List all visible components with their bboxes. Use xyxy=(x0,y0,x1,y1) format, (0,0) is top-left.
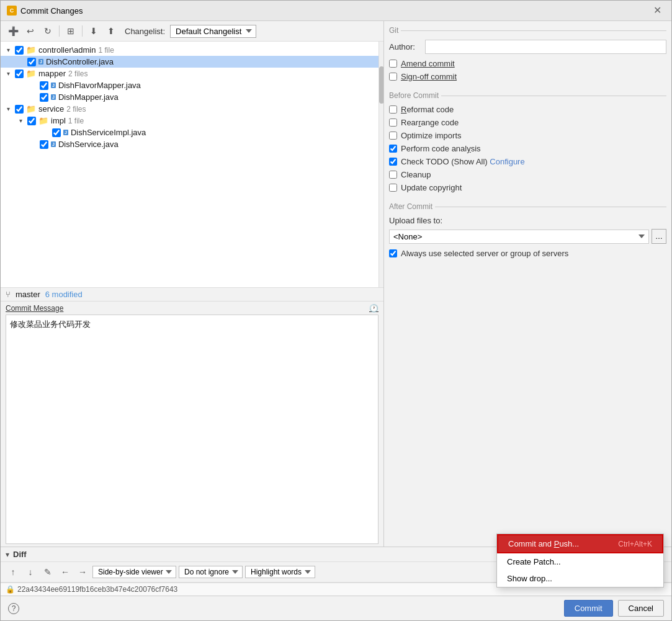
cleanup-checkbox[interactable] xyxy=(389,171,397,179)
author-label: Author: xyxy=(389,42,420,51)
author-row: Author: xyxy=(389,40,666,54)
optimize-checkbox[interactable] xyxy=(389,132,397,140)
close-button[interactable]: ✕ xyxy=(650,4,665,17)
commit-dropdown-menu: Commit and Push... Ctrl+Alt+K Create Pat… xyxy=(496,534,664,587)
rearrange-label: Rearrange code xyxy=(401,118,459,127)
clock-icon[interactable]: 🕐 xyxy=(369,304,379,313)
java-icon: J xyxy=(51,94,56,100)
checkbox-mapper[interactable] xyxy=(15,69,24,78)
tree-folder-mapper[interactable]: ▾ 📁 mapper 2 files xyxy=(1,68,383,79)
undo-button[interactable]: ↩ xyxy=(23,24,38,38)
modified-count: 6 modified xyxy=(45,290,83,299)
chevron-diff-icon[interactable]: ▾ xyxy=(6,550,9,559)
checkbox-dishcontroller[interactable] xyxy=(27,58,36,66)
after-commit-divider xyxy=(435,207,666,207)
commit-message-input[interactable]: 修改菜品业务代码开发 xyxy=(6,315,379,545)
refresh-button[interactable]: ↻ xyxy=(40,24,55,38)
checkbox-dishservice[interactable] xyxy=(40,140,48,149)
add-button[interactable]: ➕ xyxy=(6,24,20,38)
always-use-checkbox[interactable] xyxy=(389,249,397,257)
bottom-bar: ? Commit Cancel xyxy=(1,596,671,620)
commit-push-item[interactable]: Commit and Push... Ctrl+Alt+K xyxy=(497,534,663,553)
folder-icon: 📁 xyxy=(26,45,36,55)
viewer-dropdown[interactable]: Side-by-side viewer xyxy=(92,566,176,578)
show-drop-label: Show drop... xyxy=(507,574,552,583)
diff-back-btn[interactable]: ← xyxy=(58,565,73,579)
checkbox-service[interactable] xyxy=(15,105,24,114)
chevron-icon: ▾ xyxy=(19,117,25,124)
java-icon: J xyxy=(38,59,43,65)
chevron-icon: ▾ xyxy=(7,47,13,53)
diff-down-btn[interactable]: ↓ xyxy=(23,565,38,579)
folder-icon: 📁 xyxy=(26,69,36,78)
create-patch-item[interactable]: Create Patch... xyxy=(497,553,663,570)
main-content: ➕ ↩ ↻ ⊞ ⬇ ⬆ Changelist: Default Changeli… xyxy=(1,21,671,547)
java-icon: J xyxy=(63,130,68,135)
diff-up-btn[interactable]: ↑ xyxy=(6,565,20,579)
highlight-dropdown[interactable]: Highlight words xyxy=(245,566,315,578)
git-section-title: Git xyxy=(389,26,398,35)
commit-button[interactable]: Commit xyxy=(564,600,613,617)
checkbox-dishflavormapper[interactable] xyxy=(40,81,48,90)
tree-file-dishcontroller[interactable]: J DishController.java xyxy=(1,56,383,68)
amend-commit-label: Amend commit xyxy=(401,59,455,68)
sign-off-label: Sign-off commit xyxy=(401,72,457,81)
tree-folder-service[interactable]: ▾ 📁 service 2 files xyxy=(1,103,383,115)
file-label: DishMapper.java xyxy=(58,92,119,102)
cancel-button[interactable]: Cancel xyxy=(618,600,664,617)
analyze-checkbox[interactable] xyxy=(389,145,397,153)
amend-commit-checkbox[interactable] xyxy=(389,60,397,68)
branch-icon: ⑂ xyxy=(6,290,11,299)
folder-icon: 📁 xyxy=(26,104,36,114)
checkbox-controller[interactable] xyxy=(15,46,24,55)
title-bar-left: C Commit Changes xyxy=(7,6,83,16)
author-input[interactable] xyxy=(425,40,666,54)
configure-link[interactable]: Configure xyxy=(490,157,524,166)
todo-checkbox[interactable] xyxy=(389,158,397,166)
commit-message-label: Commit Message 🕐 xyxy=(6,304,379,313)
upload-dropdown[interactable]: <None> xyxy=(389,230,649,244)
file-label: DishService.java xyxy=(58,140,119,149)
copyright-row: Update copyright xyxy=(389,183,666,192)
after-commit-section: After Commit Upload files to: <None> … A… xyxy=(389,202,666,262)
file-tree: ▾ 📁 controller\admin 1 file J DishContro… xyxy=(1,42,383,287)
scrollbar-thumb[interactable] xyxy=(379,66,383,104)
diff-forward-btn[interactable]: → xyxy=(75,565,90,579)
expand-button[interactable]: ⬇ xyxy=(86,24,101,38)
amend-commit-row: Amend commit xyxy=(389,59,666,68)
tree-folder-controller[interactable]: ▾ 📁 controller\admin 1 file xyxy=(1,44,383,56)
analyze-label: Perform code analysis xyxy=(401,144,481,153)
divider-2 xyxy=(82,25,83,37)
tree-file-dishflavormapper[interactable]: J DishFlavorMapper.java xyxy=(1,79,383,91)
tree-folder-impl[interactable]: ▾ 📁 impl 1 file xyxy=(1,115,383,127)
show-drop-item[interactable]: Show drop... xyxy=(497,570,663,587)
diff-edit-btn[interactable]: ✎ xyxy=(40,565,55,579)
app-icon: C xyxy=(7,6,17,16)
collapse-button[interactable]: ⬆ xyxy=(104,24,119,38)
rearrange-checkbox[interactable] xyxy=(389,118,397,127)
checkbox-impl[interactable] xyxy=(27,117,36,125)
sign-off-checkbox[interactable] xyxy=(389,73,397,81)
always-use-row: Always use selected server or group of s… xyxy=(389,249,666,258)
ignore-dropdown[interactable]: Do not ignore xyxy=(179,566,243,578)
cleanup-row: Cleanup xyxy=(389,170,666,179)
changelist-dropdown[interactable]: Default Changelist xyxy=(170,25,256,38)
upload-row: <None> … xyxy=(389,229,666,244)
folder-count: 2 files xyxy=(66,105,86,114)
tree-file-dishservice[interactable]: J DishService.java xyxy=(1,138,383,150)
move-button[interactable]: ⊞ xyxy=(63,24,78,38)
analyze-row: Perform code analysis xyxy=(389,144,666,153)
chevron-icon: ▾ xyxy=(7,105,13,112)
help-button[interactable]: ? xyxy=(8,603,19,614)
checkbox-dishmapper[interactable] xyxy=(40,93,48,102)
checkbox-dishserviceimpl[interactable] xyxy=(52,128,61,137)
tree-file-dishmapper[interactable]: J DishMapper.java xyxy=(1,91,383,103)
before-commit-header: Before Commit xyxy=(389,91,666,100)
tree-file-dishserviceimpl[interactable]: J DishServiceImpl.java xyxy=(1,127,383,138)
upload-more-button[interactable]: … xyxy=(652,229,666,244)
commit-push-label: Commit and Push... xyxy=(508,539,579,548)
reformat-checkbox[interactable] xyxy=(389,105,397,114)
folder-label: service xyxy=(38,104,64,114)
optimize-row: Optimize imports xyxy=(389,131,666,140)
copyright-checkbox[interactable] xyxy=(389,184,397,192)
